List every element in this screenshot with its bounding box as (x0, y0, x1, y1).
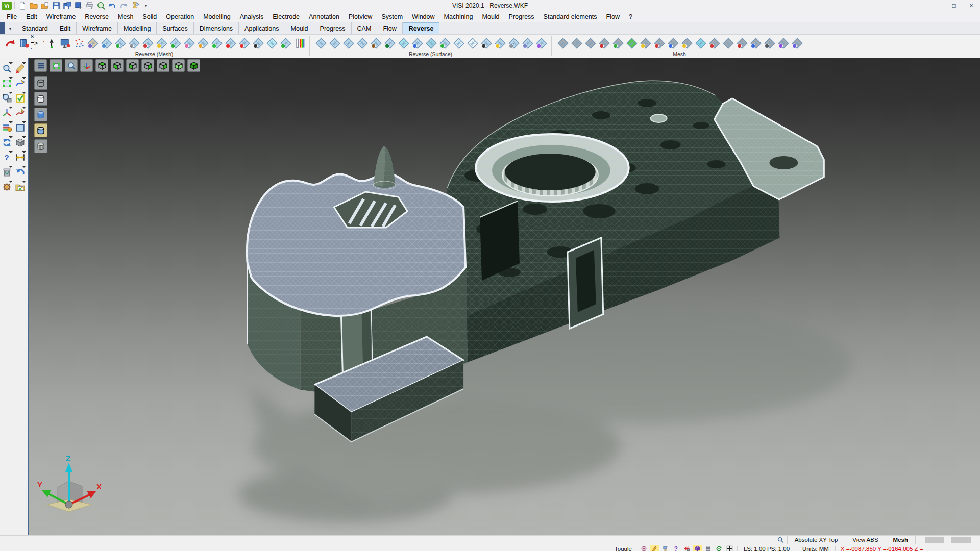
toggle-button[interactable]: Toggle (610, 546, 636, 551)
import-mesh-icon[interactable] (17, 37, 31, 51)
reverse-undo-icon[interactable] (3, 37, 17, 51)
menu-standard-elements[interactable]: Standard elements (539, 12, 602, 21)
surface-offset-icon[interactable] (438, 37, 452, 51)
mesh-mark-icon[interactable] (707, 37, 721, 51)
menu-modelling[interactable]: Modelling (199, 12, 235, 21)
menu-analysis[interactable]: Analysis (235, 12, 268, 21)
mesh-delete-icon[interactable] (224, 37, 237, 51)
print-preview-icon[interactable] (96, 1, 106, 10)
erase-sketch-icon[interactable] (14, 62, 26, 74)
menu-reverse[interactable]: Reverse (80, 12, 113, 21)
tab-reverse[interactable]: Reverse (403, 22, 440, 34)
ucs-display-icon[interactable] (693, 545, 702, 551)
tab-edit[interactable]: Edit (54, 22, 77, 34)
ucs-axes-icon[interactable] (1, 107, 13, 119)
layer-stack-icon[interactable] (704, 545, 713, 551)
surface-analyze-icon[interactable] (424, 37, 438, 51)
help-question-icon[interactable]: ? (1, 151, 13, 163)
status-selection-filter[interactable]: Mesh (886, 536, 915, 544)
mesh-validate-icon[interactable] (113, 37, 127, 51)
mesh-grid-icon[interactable] (749, 37, 763, 51)
surface-fold-icon[interactable] (493, 37, 507, 51)
mesh-parameters-icon[interactable] (182, 37, 196, 51)
navigation-helm-icon[interactable] (1, 181, 13, 193)
image-capture-icon[interactable] (14, 181, 26, 193)
menu-electrode[interactable]: Electrode (268, 12, 304, 21)
selection-frame-icon[interactable] (1, 77, 13, 89)
point-cloud-icon[interactable] (72, 37, 86, 51)
mesh-pair-icon[interactable] (721, 37, 735, 51)
surface-cyan-icon[interactable] (397, 37, 410, 51)
menu-window[interactable]: Window (407, 12, 439, 21)
surface-single-icon[interactable] (328, 37, 341, 51)
mesh-wire-icon[interactable] (570, 37, 583, 51)
view-right-icon[interactable] (157, 59, 169, 72)
status-scale[interactable]: LS: 1.00 PS: 1.00 (737, 546, 796, 551)
tab-flow[interactable]: Flow (377, 22, 402, 34)
menu-file[interactable]: File (2, 12, 21, 21)
view-iso-icon[interactable] (95, 59, 108, 72)
menu-solid[interactable]: Solid (138, 12, 161, 21)
edit-curve-icon[interactable] (14, 107, 26, 119)
menu-operation[interactable]: Operation (161, 12, 199, 21)
screen-align-icon[interactable] (58, 37, 72, 51)
tab-progress[interactable]: Progress (314, 22, 352, 34)
tab-modelling[interactable]: Modelling (118, 22, 157, 34)
menu-machining[interactable]: Machining (439, 12, 478, 21)
toolbar-dropdown-button[interactable]: ▾ (5, 22, 16, 34)
print-icon[interactable] (85, 1, 95, 10)
zoom-window-icon[interactable] (65, 59, 78, 72)
mesh-repair-icon[interactable] (127, 37, 141, 51)
menu-progress[interactable]: Progress (504, 12, 539, 21)
surface-points-icon[interactable] (479, 37, 493, 51)
mesh-compare-icon[interactable] (597, 37, 611, 51)
mesh-edit-icon[interactable] (196, 37, 210, 51)
regen-view-icon[interactable] (1, 136, 13, 148)
render-textured-icon[interactable] (34, 139, 47, 153)
render-wireframe-icon[interactable] (34, 76, 47, 90)
surface-sphere-icon[interactable] (383, 37, 397, 51)
render-hidden-line-icon[interactable] (34, 92, 47, 106)
save-as-icon[interactable] (62, 1, 72, 10)
undo-view-icon[interactable] (14, 166, 26, 178)
view-bottom-icon[interactable] (172, 59, 185, 72)
mesh-sphere-icon[interactable] (583, 37, 597, 51)
mesh-section-icon[interactable] (251, 37, 265, 51)
view-shaded-icon[interactable] (187, 59, 200, 72)
viewport-3d[interactable]: Z Y X (28, 58, 980, 535)
menu-mesh[interactable]: Mesh (113, 12, 138, 21)
view-back-icon[interactable] (141, 59, 154, 72)
mesh-optimize-icon[interactable] (155, 37, 168, 51)
mesh-update-icon[interactable] (168, 37, 182, 51)
surface-pair-icon[interactable] (521, 37, 534, 51)
spline-sketch-icon[interactable] (14, 77, 26, 89)
undo-icon[interactable] (107, 1, 117, 10)
mesh-cyan-icon[interactable] (694, 37, 707, 51)
mesh-cone-icon[interactable] (666, 37, 680, 51)
freeze-display-icon[interactable] (682, 545, 691, 551)
surface-sculpt-icon[interactable] (369, 37, 383, 51)
mesh-create-icon[interactable] (100, 37, 113, 51)
mesh-remove-icon[interactable] (237, 37, 251, 51)
toolbar-options-icon[interactable]: ▾ (141, 1, 151, 10)
surface-auto-icon[interactable] (314, 37, 328, 51)
viewport-layout-icon[interactable] (14, 121, 26, 134)
open-copy-icon[interactable] (40, 1, 50, 10)
tab-applications[interactable]: Applications (239, 22, 285, 34)
tab-wireframe[interactable]: Wireframe (77, 22, 118, 34)
mesh-green-icon[interactable] (625, 37, 639, 51)
mesh-redgreen-icon[interactable] (652, 37, 666, 51)
surface-white-icon[interactable] (465, 37, 479, 51)
redo-icon[interactable] (118, 1, 129, 10)
render-shaded-icon[interactable] (34, 108, 47, 121)
minimize-button[interactable]: – (928, 0, 945, 11)
menu-annotation[interactable]: Annotation (304, 12, 344, 21)
mesh-flag-icon[interactable] (639, 37, 652, 51)
mesh-violet-icon[interactable] (790, 37, 804, 51)
menu-edit[interactable]: Edit (21, 12, 42, 21)
open-file-icon[interactable] (29, 1, 39, 10)
mesh-settings-icon[interactable] (141, 37, 155, 51)
tab-mould[interactable]: Mould (285, 22, 314, 34)
menu-flow[interactable]: Flow (602, 12, 624, 21)
mesh-arrow-icon[interactable] (735, 37, 749, 51)
